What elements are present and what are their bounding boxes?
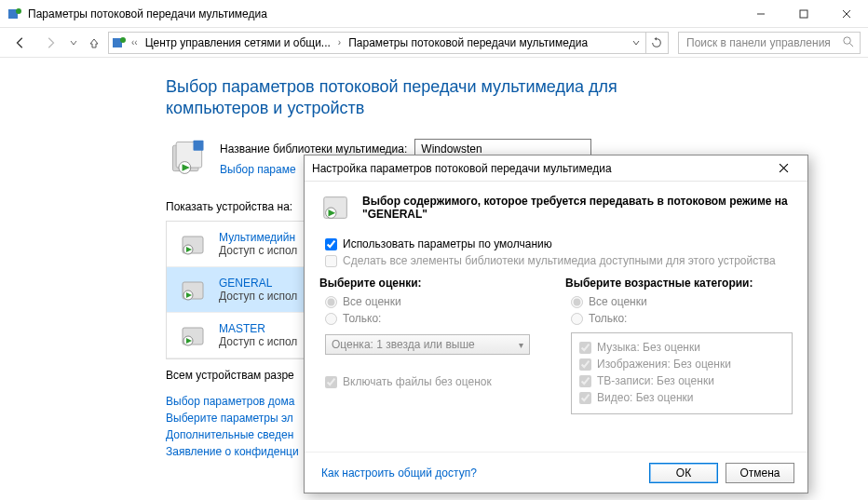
content-video-checkbox <box>579 392 591 404</box>
dialog-close-button[interactable] <box>766 163 800 173</box>
window-titlebar: Параметры потоковой передачи мультимедиа <box>0 0 868 28</box>
make-all-available-label: Сделать все элементы библиотеки мультиме… <box>343 254 776 267</box>
page-title: Выбор параметров потоковой передачи муль… <box>166 76 687 118</box>
make-all-available-checkbox <box>325 255 337 267</box>
dialog-head-icon <box>319 191 353 224</box>
content-tv-checkbox <box>579 375 591 387</box>
customize-dialog: Настройка параметров потоковой передачи … <box>304 155 808 493</box>
chevron-right-icon[interactable]: ‹‹ <box>129 37 140 47</box>
parental-all-radio <box>571 296 583 308</box>
include-unrated-row: Включать файлы без оценок <box>325 375 547 388</box>
search-box[interactable] <box>678 32 861 54</box>
svg-rect-12 <box>194 141 204 151</box>
close-button[interactable] <box>825 0 868 27</box>
content-images-row: Изображения: Без оценки <box>579 358 784 371</box>
rating-only-row: Только: <box>325 312 547 325</box>
nav-up-button[interactable] <box>84 36 104 49</box>
use-default-checkbox[interactable] <box>325 238 337 250</box>
breadcrumb-root-icon[interactable] <box>111 35 128 50</box>
breadcrumb-dropdown[interactable] <box>629 33 644 53</box>
svg-rect-3 <box>800 10 807 18</box>
breadcrumb-seg-2[interactable]: Параметры потоковой передачи мультимедиа <box>345 36 591 49</box>
parental-all-label: Все оценки <box>589 295 647 308</box>
content-images-label: Изображения: Без оценки <box>597 358 731 371</box>
include-unrated-checkbox <box>325 376 337 388</box>
device-icon <box>176 318 210 352</box>
use-default-label: Использовать параметры по умолчанию <box>343 237 552 250</box>
breadcrumb[interactable]: ‹‹ Центр управления сетями и общи... › П… <box>108 32 669 54</box>
device-sub: Доступ с испол <box>219 244 297 257</box>
content-music-row: Музыка: Без оценки <box>579 341 784 354</box>
chevron-down-icon: ▾ <box>519 340 523 350</box>
device-name: GENERAL <box>219 277 297 290</box>
dialog-help-link[interactable]: Как настроить общий доступ? <box>318 466 477 480</box>
use-default-checkbox-row[interactable]: Использовать параметры по умолчанию <box>325 237 793 250</box>
nav-back-button[interactable] <box>7 32 34 54</box>
rating-all-row: Все оценки <box>325 295 547 308</box>
device-icon <box>176 227 210 261</box>
content-video-label: Видео: Без оценки <box>597 391 694 404</box>
content-types-box: Музыка: Без оценки Изображения: Без оцен… <box>571 332 793 414</box>
device-name: Мультимедийн <box>219 231 297 244</box>
rating-only-label: Только: <box>343 312 381 325</box>
content-video-row: Видео: Без оценки <box>579 391 784 404</box>
content-images-checkbox <box>579 358 591 371</box>
device-sub: Доступ с испол <box>219 335 297 348</box>
media-library-icon <box>166 135 210 180</box>
chevron-right-icon[interactable]: › <box>336 37 343 47</box>
parental-only-row: Только: <box>571 312 793 325</box>
parental-header: Выберите возрастные категории: <box>565 277 793 290</box>
dialog-heading: Выбор содержимого, которое требуется пер… <box>362 195 793 221</box>
minimize-button[interactable] <box>739 0 782 27</box>
content-music-label: Музыка: Без оценки <box>597 341 700 354</box>
include-unrated-label: Включать файлы без оценок <box>343 375 492 388</box>
breadcrumb-seg-1[interactable]: Центр управления сетями и общи... <box>142 36 334 49</box>
nav-forward-button[interactable] <box>37 32 63 54</box>
device-sub: Доступ с испол <box>219 290 297 303</box>
nav-history-dropdown[interactable] <box>67 39 80 47</box>
device-name: MASTER <box>219 322 297 335</box>
parental-only-label: Только: <box>589 312 627 325</box>
window-title: Параметры потоковой передачи мультимедиа <box>28 7 739 20</box>
all-devices-label: Всем устройствам разре <box>166 369 294 382</box>
ratings-header: Выберите оценки: <box>319 277 547 290</box>
content-tv-row: ТВ-записи: Без оценки <box>579 374 784 387</box>
show-devices-label: Показать устройства на: <box>166 200 292 213</box>
content-music-checkbox <box>579 342 591 354</box>
svg-line-9 <box>849 43 853 47</box>
library-name-label: Название библиотеки мультимедиа: <box>220 142 407 155</box>
svg-point-7 <box>120 37 126 43</box>
parental-only-radio <box>571 313 583 325</box>
rating-only-radio <box>325 313 337 325</box>
nav-toolbar: ‹‹ Центр управления сетями и общи... › П… <box>0 28 868 58</box>
dialog-title: Настройка параметров потоковой передачи … <box>312 162 766 175</box>
cancel-button[interactable]: Отмена <box>726 463 794 483</box>
rating-all-radio <box>325 296 337 308</box>
parental-all-row: Все оценки <box>571 295 793 308</box>
rating-all-label: Все оценки <box>343 295 401 308</box>
search-icon[interactable] <box>842 35 854 50</box>
svg-point-1 <box>16 8 21 14</box>
refresh-icon[interactable] <box>645 33 666 53</box>
app-icon <box>7 7 22 21</box>
make-all-available-row: Сделать все элементы библиотеки мультиме… <box>325 254 793 267</box>
svg-point-8 <box>844 36 850 43</box>
maximize-button[interactable] <box>782 0 825 27</box>
ok-button[interactable]: ОК <box>649 463 718 483</box>
device-icon <box>176 273 210 306</box>
dialog-titlebar: Настройка параметров потоковой передачи … <box>305 155 807 182</box>
rating-combo-value: Оценка: 1 звезда или выше <box>332 338 475 351</box>
search-input[interactable] <box>685 35 842 50</box>
content-tv-label: ТВ-записи: Без оценки <box>597 374 714 387</box>
rating-combo: Оценка: 1 звезда или выше ▾ <box>325 334 530 355</box>
